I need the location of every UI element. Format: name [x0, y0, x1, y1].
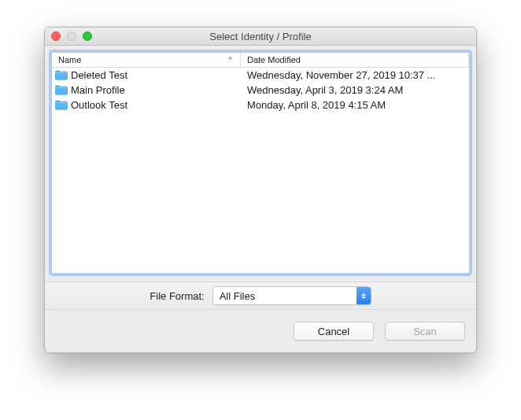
file-date-label: Wednesday, November 27, 2019 10:37 ...: [241, 69, 469, 81]
file-format-value: All Files: [213, 290, 357, 302]
file-name-label: Outlook Test: [71, 99, 127, 111]
table-row[interactable]: Deleted TestWednesday, November 27, 2019…: [52, 68, 469, 83]
table-cell-name: Deleted Test: [52, 69, 241, 81]
folder-icon: [55, 100, 68, 110]
minimize-icon: [67, 31, 76, 41]
dialog-window: Select Identity / Profile Name ^ Date Mo…: [44, 27, 477, 353]
scan-button-label: Scan: [413, 326, 437, 337]
file-browser-area: Name ^ Date Modified Deleted TestWednesd…: [45, 46, 476, 274]
file-format-bar: File Format: All Files: [45, 282, 476, 310]
file-format-label: File Format:: [150, 290, 204, 302]
folder-icon: [55, 70, 68, 80]
column-header-date-label: Date Modified: [247, 55, 301, 64]
chevron-up-down-icon: [357, 287, 371, 304]
table-cell-name: Outlook Test: [52, 99, 241, 111]
column-header-name[interactable]: Name ^: [52, 53, 241, 67]
table-row[interactable]: Main ProfileWednesday, April 3, 2019 3:2…: [52, 83, 469, 98]
column-header-date[interactable]: Date Modified: [241, 53, 469, 67]
folder-icon: [55, 85, 68, 95]
cancel-button-label: Cancel: [318, 326, 349, 337]
file-name-label: Main Profile: [71, 84, 125, 96]
window-title: Select Identity / Profile: [209, 31, 311, 42]
column-header-name-label: Name: [58, 55, 81, 64]
column-headers: Name ^ Date Modified: [52, 53, 469, 68]
dialog-buttons: Cancel Scan: [45, 310, 476, 352]
file-date-label: Monday, April 8, 2019 4:15 AM: [241, 99, 469, 111]
title-bar: Select Identity / Profile: [45, 28, 476, 46]
cancel-button[interactable]: Cancel: [294, 322, 374, 341]
file-rows: Deleted TestWednesday, November 27, 2019…: [52, 68, 469, 273]
file-name-label: Deleted Test: [71, 69, 127, 81]
close-icon[interactable]: [51, 31, 61, 41]
scan-button: Scan: [385, 322, 465, 341]
table-cell-name: Main Profile: [52, 84, 241, 96]
file-date-label: Wednesday, April 3, 2019 3:24 AM: [241, 84, 469, 96]
window-controls: [51, 31, 92, 41]
sort-ascending-icon: ^: [228, 56, 232, 64]
zoom-icon[interactable]: [83, 31, 92, 41]
file-list[interactable]: Name ^ Date Modified Deleted TestWednesd…: [51, 52, 470, 274]
table-row[interactable]: Outlook TestMonday, April 8, 2019 4:15 A…: [52, 98, 469, 112]
file-format-select[interactable]: All Files: [212, 286, 371, 305]
